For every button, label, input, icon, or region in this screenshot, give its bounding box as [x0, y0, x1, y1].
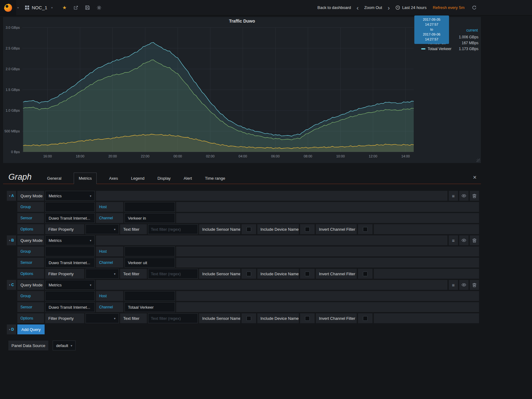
- chevron-right-icon[interactable]: ›: [385, 5, 392, 11]
- query-mode-select[interactable]: Metrics ▾: [45, 235, 95, 245]
- invert-channel-filter-checkbox[interactable]: [363, 227, 368, 232]
- query-delete-button[interactable]: [470, 235, 479, 245]
- query-menu-button[interactable]: ≡: [449, 235, 458, 245]
- tab-alert[interactable]: Alert: [183, 173, 193, 184]
- tab-general[interactable]: General: [46, 173, 62, 184]
- navbar: ▾ NOC_1 ▾ ★ Back to dashboard ‹: [0, 0, 532, 15]
- filter-property-label: Filter Property: [45, 224, 84, 234]
- settings-button[interactable]: [93, 0, 105, 15]
- panel-resize-handle[interactable]: [477, 159, 480, 162]
- chevron-down-icon: ▾: [114, 272, 116, 276]
- query-delete-button[interactable]: [470, 280, 479, 290]
- query-collapse-toggle[interactable]: ▾ A: [7, 191, 16, 201]
- back-to-dashboard-link[interactable]: Back to dashboard: [314, 0, 354, 15]
- text-filter-input[interactable]: [151, 272, 195, 276]
- panel-title[interactable]: Traffic Duwo: [3, 17, 481, 25]
- query-options-row: Options Filter Property ▾ Text filter In…: [7, 269, 479, 279]
- grafana-logo-button[interactable]: [0, 0, 16, 15]
- query-collapse-toggle[interactable]: ▾ C: [7, 280, 16, 290]
- traffic-graph[interactable]: 0 Bps500 MBps1.0 GBps1.5 GBps2.0 GBps2.5…: [3, 25, 421, 160]
- tab-display[interactable]: Display: [157, 173, 171, 184]
- query-menu-button[interactable]: ≡: [449, 280, 458, 290]
- include-device-name-checkbox[interactable]: [305, 272, 310, 276]
- save-button[interactable]: [82, 0, 93, 15]
- svg-text:0 Bps: 0 Bps: [11, 150, 20, 154]
- filter-property-select[interactable]: ▾: [85, 269, 119, 279]
- query-mode-select[interactable]: Metrics ▾: [45, 191, 95, 201]
- graph-panel: Traffic Duwo 0 Bps500 MBps1.0 GBps1.5 GB…: [3, 17, 481, 163]
- row-indent: [7, 258, 16, 268]
- query-mode-label: Query Mode: [17, 191, 44, 201]
- dashboard-title-button[interactable]: NOC_1 ▾: [20, 0, 59, 15]
- query-letter: C: [11, 283, 14, 287]
- text-filter-input[interactable]: [151, 227, 195, 232]
- svg-text:20:00: 20:00: [108, 154, 117, 158]
- group-input-cell: [45, 291, 95, 301]
- include-sensor-name-checkbox[interactable]: [246, 272, 251, 276]
- sensor-select[interactable]: Duwo Transit Internet...: [45, 258, 95, 268]
- channel-select[interactable]: Totaal Verkeer: [124, 302, 175, 312]
- text-filter-input[interactable]: [151, 316, 195, 321]
- close-editor-button[interactable]: ×: [473, 174, 477, 182]
- query-main-row: ▾ B Query Mode Metrics ▾ ≡: [7, 235, 479, 245]
- svg-text:02:00: 02:00: [206, 154, 215, 158]
- share-button[interactable]: [70, 0, 82, 15]
- tab-legend[interactable]: Legend: [130, 173, 145, 184]
- trash-icon: [472, 238, 477, 243]
- add-query-button[interactable]: Add Query: [17, 324, 45, 334]
- invert-channel-filter-checkbox[interactable]: [363, 272, 368, 276]
- refresh-button[interactable]: [468, 0, 479, 15]
- trash-icon: [472, 283, 477, 287]
- query-mode-select[interactable]: Metrics ▾: [45, 280, 95, 290]
- text-filter-label: Text filter: [120, 313, 147, 323]
- group-input[interactable]: [48, 205, 92, 209]
- channel-select[interactable]: Verkeer in: [124, 213, 175, 223]
- panel-body: 0 Bps500 MBps1.0 GBps1.5 GBps2.0 GBps2.5…: [3, 25, 481, 160]
- query-options-row: Options Filter Property ▾ Text filter In…: [7, 224, 479, 234]
- query-collapse-toggle[interactable]: ▾ B: [7, 235, 16, 245]
- include-sensor-name-checkbox[interactable]: [246, 316, 251, 321]
- host-input[interactable]: [127, 205, 172, 209]
- include-device-name-checkbox[interactable]: [305, 227, 310, 232]
- query-visibility-button[interactable]: [459, 280, 469, 290]
- channel-select[interactable]: Verkeer uit: [124, 258, 175, 268]
- hamburger-icon: ≡: [452, 282, 455, 288]
- tab-time-range[interactable]: Time range: [204, 173, 226, 184]
- query-delete-button[interactable]: [470, 191, 479, 201]
- include-sensor-name-checkbox[interactable]: [246, 227, 251, 232]
- filter-property-select[interactable]: ▾: [85, 224, 119, 234]
- zoom-out-button[interactable]: Zoom Out: [361, 0, 385, 15]
- star-button[interactable]: ★: [59, 0, 70, 15]
- query-collapse-toggle[interactable]: ▾ D: [7, 324, 16, 334]
- sensor-select[interactable]: Duwo Transit Internet...: [45, 213, 95, 223]
- svg-text:18:00: 18:00: [76, 154, 85, 158]
- series-current-value: 167 MBps: [462, 41, 478, 45]
- include-device-name-label: Include Device Name: [257, 313, 299, 323]
- tab-axes[interactable]: Axes: [108, 173, 119, 184]
- panel-data-source-select[interactable]: default ▾: [53, 341, 76, 350]
- query-menu-button[interactable]: ≡: [449, 191, 458, 201]
- query-visibility-button[interactable]: [459, 191, 469, 201]
- query-letter: B: [11, 238, 14, 242]
- tab-metrics[interactable]: Metrics: [74, 173, 97, 184]
- invert-channel-filter-checkbox[interactable]: [363, 316, 368, 321]
- host-input[interactable]: [127, 249, 172, 254]
- filter-property-select[interactable]: ▾: [85, 313, 119, 323]
- host-input[interactable]: [127, 294, 172, 298]
- panel-data-source-row: Panel Data Source default ▾: [8, 341, 479, 350]
- channel-label: Channel: [96, 258, 123, 268]
- row-indent: [7, 269, 16, 279]
- include-device-name-checkbox[interactable]: [305, 316, 310, 321]
- query-visibility-button[interactable]: [459, 235, 469, 245]
- group-input[interactable]: [48, 249, 92, 254]
- legend-row-totaal-verkeer[interactable]: Totaal Verkeer 1.173 GBps: [421, 46, 478, 52]
- row-filler: [96, 280, 447, 290]
- time-range-picker[interactable]: Last 24 hours: [392, 0, 430, 15]
- refresh-interval-picker[interactable]: Refresh every 5m: [430, 0, 468, 15]
- grafana-menu-caret-icon[interactable]: ▾: [16, 6, 20, 9]
- sensor-select[interactable]: Duwo Transit Internet...: [45, 302, 95, 312]
- tooltip-to: 2017-09-06 14:27:57: [417, 32, 447, 42]
- chevron-left-icon[interactable]: ‹: [354, 5, 361, 11]
- group-input[interactable]: [48, 294, 92, 298]
- invert-channel-filter-cell: [358, 224, 373, 234]
